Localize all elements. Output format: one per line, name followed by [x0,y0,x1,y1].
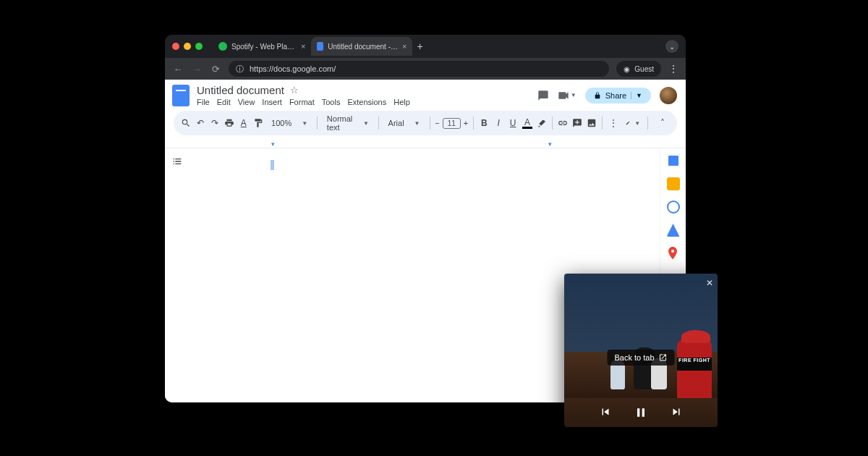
url-field[interactable]: ⓘ https://docs.google.com/ [229,61,609,77]
menu-bar: File Edit View Insert Format Tools Exten… [197,98,410,106]
pip-jacket-text: FIRE FIGHT [678,358,710,363]
share-button[interactable]: Share ▼ [585,88,651,104]
style-select[interactable]: Normal text▼ [323,114,373,132]
undo-icon[interactable]: ↶ [195,115,206,131]
editing-mode-button[interactable]: ▼ [626,115,640,131]
docs-home-icon[interactable] [172,85,190,106]
font-size-increase[interactable]: + [464,119,468,127]
font-select[interactable]: Arial▼ [384,119,425,127]
menu-help[interactable]: Help [393,98,410,106]
pip-back-label: Back to tab [614,353,654,362]
meet-icon[interactable]: ▼ [558,91,576,100]
site-info-icon[interactable]: ⓘ [236,64,244,75]
reload-button[interactable]: ⟳ [210,64,221,75]
svg-point-0 [671,250,674,253]
tab-close-icon[interactable]: × [402,42,407,51]
font-value: Arial [388,119,404,127]
add-comment-icon[interactable] [572,115,583,131]
search-menus-icon[interactable] [181,115,192,131]
right-indent-marker[interactable]: ▾ [548,140,552,148]
url-text: https://docs.google.com/ [250,64,336,73]
tab-title: Untitled document - Google D [328,43,398,51]
pip-pause-icon[interactable] [634,405,648,420]
tasks-addon-icon[interactable] [667,200,680,214]
new-tab-button[interactable]: + [417,41,422,52]
close-window-button[interactable] [172,43,179,50]
spellcheck-icon[interactable]: A [238,115,249,131]
guest-label: Guest [634,65,654,73]
menu-view[interactable]: View [238,98,255,106]
back-button[interactable]: ← [172,64,184,75]
tab-close-icon[interactable]: × [301,42,305,51]
titlebar: Spotify - Web Player: Music f × Untitled… [165,35,686,58]
menu-edit[interactable]: Edit [217,98,231,106]
comment-history-icon[interactable] [537,90,549,101]
profile-chip[interactable]: ◉ Guest [616,61,661,77]
star-icon[interactable]: ☆ [290,85,299,96]
print-icon[interactable] [224,115,235,131]
pip-controls [564,405,718,420]
menu-insert[interactable]: Insert [262,98,282,106]
calendar-addon-icon[interactable] [667,154,680,167]
italic-icon[interactable]: I [493,115,504,131]
pip-close-icon[interactable]: ✕ [706,278,713,288]
more-tools-icon[interactable]: ⋮ [608,115,618,131]
share-label: Share [605,91,626,100]
outline-toggle[interactable] [165,148,190,402]
menu-file[interactable]: File [197,98,210,106]
font-size-input[interactable]: 11 [443,118,461,129]
paint-format-icon[interactable] [252,115,263,131]
text-color-icon[interactable]: A [522,117,533,129]
tab-title: Spotify - Web Player: Music f [231,43,297,51]
style-value: Normal text [327,114,353,132]
insert-image-icon[interactable] [587,115,597,131]
share-dropdown-icon[interactable]: ▼ [631,92,642,99]
zoom-value: 100% [271,119,292,127]
open-in-new-icon [659,353,668,362]
zoom-select[interactable]: 100%▼ [267,119,312,127]
ruler[interactable]: ▾ ▾ [165,140,686,148]
pip-back-to-tab-button[interactable]: Back to tab [607,350,674,366]
tab-spotify[interactable]: Spotify - Web Player: Music f × [213,37,311,56]
menu-tools[interactable]: Tools [322,98,341,106]
address-bar: ← → ⟳ ⓘ https://docs.google.com/ ◉ Guest… [165,58,686,80]
collapse-toolbar-icon[interactable]: ˄ [655,115,670,131]
menu-format[interactable]: Format [289,98,315,106]
guest-icon: ◉ [624,65,630,73]
bold-icon[interactable]: B [479,115,490,131]
maps-addon-icon[interactable] [667,247,680,260]
minimize-window-button[interactable] [184,43,191,50]
tab-docs[interactable]: Untitled document - Google D × [311,37,412,56]
docs-header: Untitled document ☆ File Edit View Inser… [165,80,686,108]
highlight-icon[interactable] [536,115,547,131]
browser-menu-button[interactable]: ⋮ [668,63,678,75]
maximize-window-button[interactable] [195,43,203,50]
keep-addon-icon[interactable] [667,177,680,190]
pip-window[interactable]: FIRE FIGHT ✕ Back to tab [564,274,718,427]
text-cursor [271,160,274,170]
pip-next-icon[interactable] [670,405,683,420]
lock-icon [594,91,601,100]
menu-extensions[interactable]: Extensions [347,98,386,106]
tab-strip: Spotify - Web Player: Music f × Untitled… [213,35,423,58]
redo-icon[interactable]: ↷ [210,115,221,131]
insert-link-icon[interactable] [558,115,569,131]
font-size-control: − 11 + [435,118,468,129]
document-title[interactable]: Untitled document [197,84,284,96]
forward-button[interactable]: → [191,64,203,75]
underline-icon[interactable]: U [508,115,519,131]
toolbar: ↶ ↷ A 100%▼ Normal text▼ Arial▼ − [174,111,677,135]
pip-previous-icon[interactable] [599,405,612,420]
window-controls [172,43,203,50]
spotify-favicon-icon [218,42,227,51]
font-size-decrease[interactable]: − [435,119,439,127]
docs-favicon-icon [317,42,323,51]
left-indent-marker[interactable]: ▾ [271,140,275,148]
tab-search-button[interactable]: ⌄ [665,40,678,53]
contacts-addon-icon[interactable] [667,224,680,237]
account-avatar[interactable] [660,87,677,104]
